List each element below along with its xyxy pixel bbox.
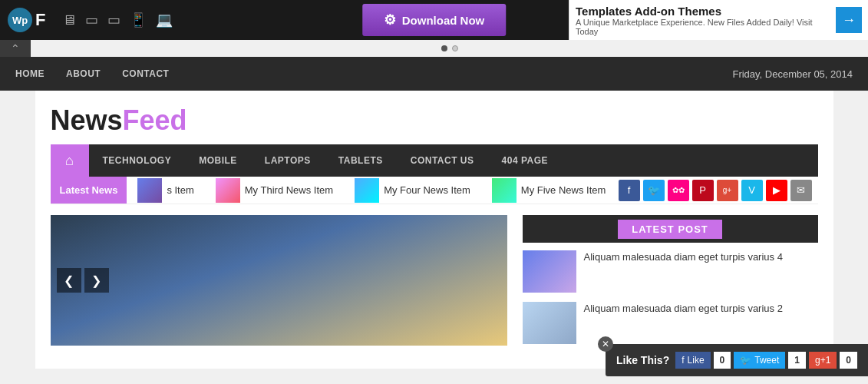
- download-icon: ⚙: [384, 12, 396, 28]
- laptop-icon: 💻: [156, 12, 173, 28]
- wp-icon: Wp: [8, 8, 32, 32]
- latest-post-label: LATEST POST: [618, 220, 722, 239]
- like-popup-close[interactable]: ✕: [598, 336, 613, 352]
- tw-count: 1: [788, 352, 806, 369]
- monitor-icon: 🖥: [62, 12, 76, 28]
- download-button[interactable]: ⚙ Download Now: [362, 4, 507, 36]
- nav-contact[interactable]: CONTACT: [122, 68, 169, 79]
- post-thumb-1: [523, 250, 576, 293]
- ticker-items: s Item My Third News Item My Four News I…: [127, 178, 612, 203]
- email-icon[interactable]: ✉: [790, 180, 812, 201]
- ad-title: Templates Add-on Themes: [576, 5, 830, 18]
- nav-about[interactable]: ABOUT: [66, 68, 101, 79]
- fb-like-count: 0: [714, 352, 731, 369]
- fb-like-label: Like: [688, 355, 705, 366]
- download-label: Download Now: [402, 14, 485, 27]
- top-bar: Wp F 🖥 ▭ ▭ 📱 💻 ⚙ Download Now Templates …: [0, 0, 868, 40]
- twitter-tweet-button[interactable]: 🐦 Tweet: [734, 352, 785, 369]
- sidebar: LATEST POST Aliquam malesuada diam eget …: [523, 215, 818, 353]
- nav-home[interactable]: HOME: [15, 68, 45, 79]
- ticker-item-4: My Five News Item: [481, 178, 612, 203]
- vimeo-icon[interactable]: V: [741, 180, 763, 201]
- category-nav: ⌂ TECHNOLOGY MOBILE LAPTOPS TABLETS CONT…: [51, 144, 818, 177]
- site-wrapper: NewsFeed ⌂ TECHNOLOGY MOBILE LAPTOPS TAB…: [35, 91, 833, 369]
- ticker-thumb-3: [355, 178, 379, 203]
- ticker-thumb-4: [492, 178, 517, 203]
- collapse-button[interactable]: ⌃: [0, 40, 31, 57]
- social-icons: f 🐦 ✿✿ P g+ V ▶ ✉: [612, 180, 818, 201]
- site-logo[interactable]: Wp F: [8, 8, 45, 32]
- slide-indicators: [31, 40, 868, 57]
- slide-next-button[interactable]: ❯: [84, 268, 109, 293]
- like-actions: f Like 0 🐦 Tweet 1 g+1 0: [675, 352, 857, 369]
- gp-count: 0: [840, 352, 857, 369]
- f-letter: F: [35, 10, 45, 30]
- tablet-icon: ▭: [85, 12, 98, 28]
- ad-arrow-button[interactable]: →: [836, 7, 862, 33]
- post-title-1[interactable]: Aliquam malesuada diam eget turpis variu…: [584, 250, 783, 264]
- cat-technology[interactable]: TECHNOLOGY: [89, 144, 186, 177]
- ticker-item-3: My Four News Item: [344, 178, 481, 203]
- fb-like-icon: f: [682, 355, 684, 366]
- slide-image: [51, 215, 507, 346]
- like-popup-label: Like This?: [616, 354, 669, 366]
- ticker-item-2: My Third News Item: [205, 178, 344, 203]
- google-plus-icon[interactable]: g+: [717, 180, 738, 201]
- dot-2[interactable]: [452, 45, 458, 51]
- home-icon: ⌂: [65, 153, 74, 169]
- ticker-thumb-2: [216, 178, 240, 203]
- ad-text: Templates Add-on Themes A Unique Marketp…: [576, 5, 830, 36]
- google-plus-button[interactable]: g+1: [809, 352, 837, 369]
- latest-post-header: LATEST POST: [523, 215, 818, 243]
- flickr-icon[interactable]: ✿✿: [668, 180, 689, 201]
- facebook-icon[interactable]: f: [619, 180, 640, 201]
- featured-slider: ❮ ❯: [51, 215, 507, 346]
- cat-laptops[interactable]: LAPTOPS: [251, 144, 325, 177]
- site-title-black: News: [51, 104, 123, 136]
- slide-prev-button[interactable]: ❮: [57, 268, 81, 293]
- post-thumb-2: [523, 302, 576, 344]
- category-items: TECHNOLOGY MOBILE LAPTOPS TABLETS CONTAC…: [89, 144, 563, 177]
- device-icons: 🖥 ▭ ▭ 📱 💻: [62, 12, 173, 28]
- pinterest-icon[interactable]: P: [692, 180, 714, 201]
- slider-dots-bar: ⌃: [0, 40, 868, 57]
- post-item-1: Aliquam malesuada diam eget turpis variu…: [523, 250, 818, 293]
- facebook-like-button[interactable]: f Like: [675, 352, 710, 369]
- ad-banner: Templates Add-on Themes A Unique Marketp…: [569, 0, 868, 40]
- like-popup: ✕ Like This? f Like 0 🐦 Tweet 1 g+1 0: [606, 344, 868, 369]
- ticker-label: Latest News: [51, 177, 127, 204]
- post-item-2: Aliquam malesuada diam eget turpis variu…: [523, 302, 818, 344]
- cat-tablets[interactable]: TABLETS: [325, 144, 397, 177]
- post-title-2[interactable]: Aliquam malesuada diam eget turpis variu…: [584, 302, 783, 316]
- cat-404[interactable]: 404 PAGE: [488, 144, 562, 177]
- twitter-icon[interactable]: 🐦: [643, 180, 665, 201]
- tw-label: Tweet: [754, 355, 779, 366]
- nav-date: Friday, December 05, 2014: [732, 68, 853, 80]
- tablet-small-icon: ▭: [107, 12, 120, 28]
- ticker-item-1: s Item: [127, 178, 204, 203]
- site-title: NewsFeed: [51, 91, 818, 144]
- nav-bar: HOME ABOUT CONTACT Friday, December 05, …: [0, 57, 868, 91]
- ad-subtitle: A Unique Marketplace Experience. New Fil…: [576, 18, 830, 36]
- site-title-purple: Feed: [123, 104, 187, 136]
- download-button-wrap: ⚙ Download Now: [362, 4, 507, 36]
- dot-1[interactable]: [441, 45, 447, 51]
- cat-contact-us[interactable]: CONTACT US: [397, 144, 488, 177]
- gp-label: g+1: [815, 355, 830, 366]
- ticker-thumb-1: [137, 178, 162, 203]
- main-nav: HOME ABOUT CONTACT: [15, 68, 169, 79]
- cat-mobile[interactable]: MOBILE: [185, 144, 251, 177]
- home-button[interactable]: ⌂: [51, 144, 89, 177]
- phone-icon: 📱: [130, 12, 147, 28]
- main-content: ❮ ❯ LATEST POST Aliquam malesuada diam e…: [51, 204, 818, 353]
- news-ticker: Latest News s Item My Third News Item My…: [51, 177, 818, 204]
- tw-icon: 🐦: [740, 355, 751, 366]
- youtube-icon[interactable]: ▶: [766, 180, 787, 201]
